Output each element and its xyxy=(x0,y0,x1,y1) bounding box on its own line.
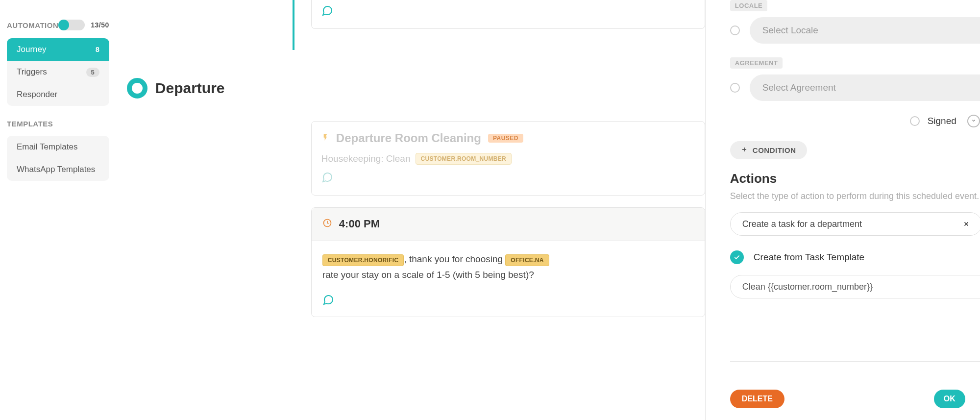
sidebar-item-triggers[interactable]: Triggers 5 xyxy=(7,61,109,83)
status-badge-paused: PAUSED xyxy=(488,134,523,143)
sidebar-item-label: WhatsApp Templates xyxy=(17,165,95,174)
journey-canvas: Departure Departure Room Cleaning PAUSED… xyxy=(117,0,705,420)
clear-action-icon[interactable] xyxy=(963,219,970,230)
sidebar-item-label: Journey xyxy=(17,45,46,54)
add-condition-button[interactable]: CONDITION xyxy=(730,141,807,159)
var-chip-honorific: CUSTOMER.HONORIFIC xyxy=(322,254,404,266)
signed-label: Signed xyxy=(928,116,956,126)
agreement-select[interactable]: Select Agreement xyxy=(750,74,980,101)
automation-nav: Journey 8 Triggers 5 Responder xyxy=(7,38,109,106)
bolt-icon xyxy=(321,132,329,145)
toggle-knob xyxy=(58,20,69,30)
panel-footer: DELETE OK xyxy=(730,361,980,420)
automation-header: AUTOMATION 13/50 xyxy=(7,20,109,30)
signed-radio[interactable] xyxy=(910,116,920,126)
journey-card-preview[interactable] xyxy=(311,0,705,29)
sidebar-item-journey[interactable]: Journey 8 xyxy=(7,38,109,61)
msg-text-after: rate your stay on a scale of 1-5 (with 5… xyxy=(322,267,694,283)
delete-button[interactable]: DELETE xyxy=(730,390,784,408)
sidebar-item-badge: 8 xyxy=(96,46,99,53)
card-time: 4:00 PM xyxy=(339,218,380,230)
chevron-down-icon xyxy=(971,118,976,124)
chat-icon xyxy=(322,294,334,306)
template-checkbox[interactable] xyxy=(730,250,744,264)
plus-icon xyxy=(741,146,748,154)
automation-count: 13/50 xyxy=(91,21,109,29)
agreement-label: AGREEMENT xyxy=(730,57,783,69)
condition-btn-label: CONDITION xyxy=(753,146,796,154)
locale-radio[interactable] xyxy=(730,25,740,35)
journey-card-cleaning[interactable]: Departure Room Cleaning PAUSED Housekeep… xyxy=(311,121,705,196)
journey-stage-header: Departure xyxy=(127,78,705,99)
chat-icon xyxy=(321,5,333,17)
action-type-select[interactable]: Create a task for a department xyxy=(730,212,980,236)
sidebar-item-responder[interactable]: Responder xyxy=(7,83,109,106)
templates-nav: Email Templates WhatsApp Templates xyxy=(7,136,109,181)
locale-label: LOCALE xyxy=(730,0,767,11)
journey-card-message[interactable]: 4:00 PM CUSTOMER.HONORIFIC, thank you fo… xyxy=(311,207,705,317)
chat-icon xyxy=(321,172,333,183)
automation-title: AUTOMATION xyxy=(7,21,58,29)
msg-text-mid: , thank you for choosing xyxy=(404,254,505,264)
templates-title: TEMPLATES xyxy=(7,120,53,128)
stage-title: Departure xyxy=(155,80,225,97)
card-title: Departure Room Cleaning xyxy=(336,131,481,145)
card-line-prefix: Housekeeping: Clean xyxy=(321,153,411,164)
automation-usage: 13/50 xyxy=(58,20,109,30)
agreement-placeholder: Select Agreement xyxy=(762,82,836,93)
templates-header: TEMPLATES xyxy=(7,120,109,128)
sidebar-item-label: Responder xyxy=(17,90,57,99)
task-template-value: Clean {{customer.room_number}} xyxy=(742,282,873,292)
template-toggle-label: Create from Task Template xyxy=(754,252,864,263)
sidebar-item-label: Triggers xyxy=(17,67,47,77)
sidebar: AUTOMATION 13/50 Journey 8 Triggers 5 Re… xyxy=(0,0,117,420)
event-editor-panel: LOCALE Select Locale AGREEMENT Select Ag… xyxy=(705,0,980,420)
var-chip-room-number: CUSTOMER.ROOM_NUMBER xyxy=(416,153,512,165)
sidebar-item-whatsapp-templates[interactable]: WhatsApp Templates xyxy=(7,158,109,181)
card-body: CUSTOMER.HONORIFIC, thank you for choosi… xyxy=(312,241,705,294)
actions-subtitle: Select the type of action to perform dur… xyxy=(730,191,980,201)
actions-title: Actions xyxy=(730,171,980,186)
var-chip-office: OFFICE.NA xyxy=(505,254,549,266)
automation-toggle[interactable] xyxy=(58,20,85,30)
action-type-value: Create a task for a department xyxy=(742,219,862,229)
ok-button[interactable]: OK xyxy=(934,390,965,408)
locale-placeholder: Select Locale xyxy=(762,25,818,36)
stage-circle-icon xyxy=(127,78,147,99)
locale-select[interactable]: Select Locale xyxy=(750,17,980,44)
sidebar-item-badge: 5 xyxy=(86,68,99,77)
signed-expand[interactable] xyxy=(967,115,980,127)
sidebar-item-email-templates[interactable]: Email Templates xyxy=(7,136,109,158)
task-template-select[interactable]: Clean {{customer.room_number}} xyxy=(730,275,980,298)
clock-icon xyxy=(322,218,332,230)
sidebar-item-label: Email Templates xyxy=(17,142,77,152)
agreement-radio[interactable] xyxy=(730,83,740,93)
journey-rail xyxy=(293,0,294,50)
